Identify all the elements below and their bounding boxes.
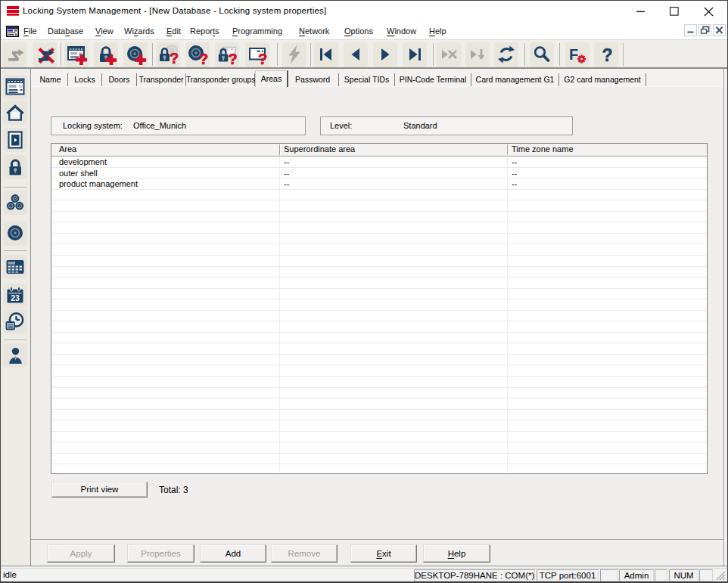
svg-text:?: ? — [229, 51, 238, 66]
svg-text:?: ? — [258, 51, 267, 65]
svg-text:F: F — [569, 46, 578, 63]
svg-text:?: ? — [199, 51, 208, 66]
svg-text:23: 23 — [11, 293, 20, 302]
svg-text:?: ? — [170, 50, 179, 65]
svg-text:?: ? — [602, 45, 613, 65]
